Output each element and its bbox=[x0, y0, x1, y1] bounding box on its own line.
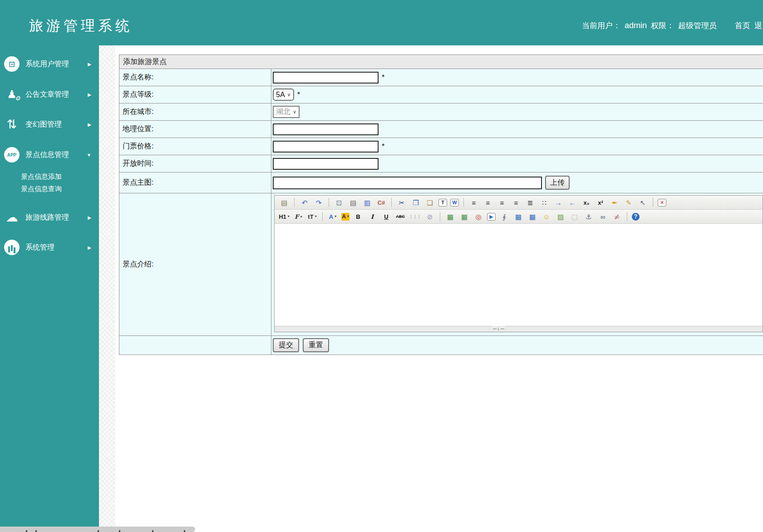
cut-icon[interactable]: ✂ bbox=[396, 197, 407, 208]
dotted-line-icon[interactable]: ⋮⋮⋮ bbox=[409, 211, 421, 222]
city-select[interactable]: 湖北 ∨ bbox=[273, 106, 300, 118]
field-label: 景点主图: bbox=[119, 172, 271, 193]
unlink-icon[interactable]: ∞ bbox=[611, 211, 622, 222]
city-select-value: 湖北 bbox=[276, 107, 290, 117]
image-upload-icon[interactable]: ▦ bbox=[445, 211, 456, 222]
picture-icon[interactable]: ▨ bbox=[555, 211, 566, 222]
sidebar-subitem-label: 景点信息查询 bbox=[21, 185, 62, 193]
sidebar-item-system-user[interactable]: ⊡ 系统用户管理 ▶ bbox=[0, 55, 99, 73]
field-label: 地理位置: bbox=[119, 121, 271, 138]
empty-cell bbox=[119, 336, 271, 355]
reset-button[interactable]: 重置 bbox=[303, 338, 329, 352]
submit-button[interactable]: 提交 bbox=[273, 338, 299, 352]
toolbar-separator bbox=[391, 198, 392, 207]
upload-button[interactable]: 上传 bbox=[545, 176, 570, 190]
toolbar-separator bbox=[294, 198, 295, 207]
header-bar: 旅游管理系统 当前用户：admin 权限：超级管理员 首页 退 bbox=[0, 0, 763, 45]
image-network-icon[interactable]: ▦ bbox=[459, 211, 470, 222]
sidebar-subitem-scenic-query[interactable]: 景点信息查询 bbox=[21, 183, 62, 195]
select-chevron-icon: ∨ bbox=[287, 92, 291, 98]
help-icon[interactable]: ? bbox=[632, 213, 640, 221]
font-family-icon[interactable]: F▾ bbox=[293, 211, 304, 222]
redo-icon[interactable]: ↷ bbox=[313, 197, 324, 208]
location-input[interactable] bbox=[273, 123, 379, 135]
current-user-label: 当前用户： bbox=[582, 20, 620, 31]
sidebar-item-label: 公告文章管理 bbox=[25, 90, 69, 99]
select-chevron-icon: ∨ bbox=[293, 109, 296, 115]
editor-resize-handle[interactable]: ↕ bbox=[492, 326, 505, 332]
source-icon[interactable]: ▤ bbox=[279, 197, 290, 208]
flash-icon[interactable]: ◎ bbox=[473, 211, 484, 222]
emoticon-icon[interactable]: ☺ bbox=[541, 211, 552, 222]
sidebar-item-route[interactable]: ☁ 旅游线路管理 ▶ bbox=[0, 209, 99, 226]
table-insert-icon[interactable]: ▦ bbox=[527, 211, 538, 222]
logout-link[interactable]: 退 bbox=[754, 20, 762, 31]
required-asterisk: * bbox=[382, 74, 384, 82]
font-size-icon[interactable]: tT▾ bbox=[307, 211, 318, 222]
open-time-input[interactable] bbox=[273, 158, 379, 170]
field-label: 门票价格: bbox=[119, 138, 271, 155]
highlight-color-icon[interactable]: A▾ bbox=[341, 213, 350, 221]
scrollbar-tick bbox=[119, 530, 120, 532]
heading-select-icon[interactable]: H1▾ bbox=[279, 211, 290, 222]
editor-toolbar-row2: H1▾F▾tT▾A▾A▾BIUABC⋮⋮⋮⊘▦▦◎▶∮▦▦☺▨▢⚓∞∞? bbox=[275, 210, 763, 224]
toolbar-separator bbox=[463, 198, 464, 207]
price-input[interactable] bbox=[273, 141, 379, 153]
sidebar-item-label: 系统管理 bbox=[25, 243, 54, 252]
media-icon[interactable]: ▶ bbox=[487, 213, 496, 221]
scenic-name-input[interactable] bbox=[273, 72, 379, 84]
dropdown-caret-icon: ▾ bbox=[335, 215, 336, 218]
main-image-input[interactable] bbox=[273, 177, 542, 189]
remote-image-icon[interactable]: ▢ bbox=[569, 211, 580, 222]
superscript-icon[interactable]: x² bbox=[595, 197, 606, 208]
link-icon[interactable]: ∞ bbox=[597, 211, 608, 222]
route-icon: ☁ bbox=[3, 212, 21, 224]
horizontal-scrollbar-thumb[interactable] bbox=[0, 527, 195, 532]
paste-text-icon[interactable]: T bbox=[438, 199, 447, 207]
editor-canvas[interactable] bbox=[275, 224, 763, 326]
undo-icon[interactable]: ↶ bbox=[299, 197, 310, 208]
sidebar-item-label: 系统用户管理 bbox=[25, 59, 69, 69]
app-title: 旅游管理系统 bbox=[29, 16, 133, 35]
anchor-icon[interactable]: ⚓ bbox=[583, 211, 594, 222]
unordered-list-icon[interactable]: ∷ bbox=[539, 197, 550, 208]
form-row-intro: 景点介绍: ▤↶↷⊡▤▥C#✂❐❏TW≡≡≡≡≣∷→←x₂x²✒✎↖✕ H1▾F… bbox=[119, 193, 763, 336]
indent-icon[interactable]: → bbox=[553, 197, 564, 208]
template-edit-icon[interactable]: ✎ bbox=[623, 197, 634, 208]
remove-format-icon[interactable]: ⊘ bbox=[424, 211, 435, 222]
font-color-icon[interactable]: A▾ bbox=[327, 211, 338, 222]
sidebar-subitem-scenic-add[interactable]: 景点信息添加 bbox=[21, 171, 62, 182]
attachment-icon[interactable]: ∮ bbox=[499, 211, 510, 222]
editor-status-bar: ↕ bbox=[275, 326, 763, 332]
sidebar-item-scenic-info[interactable]: APP 景点信息管理 ▼ bbox=[0, 146, 99, 163]
format-brush-icon[interactable]: ✒ bbox=[609, 197, 620, 208]
print-icon[interactable]: ▤ bbox=[348, 197, 359, 208]
chevron-right-icon: ▶ bbox=[88, 62, 91, 67]
align-center-icon[interactable]: ≡ bbox=[482, 197, 493, 208]
preview-icon[interactable]: ⊡ bbox=[334, 197, 345, 208]
grade-select[interactable]: 5A ∨ bbox=[273, 89, 294, 101]
underline-icon[interactable]: U bbox=[381, 211, 392, 222]
home-link[interactable]: 首页 bbox=[735, 20, 750, 31]
sidebar-item-announcement[interactable]: ♟⚙ 公告文章管理 ▶ bbox=[0, 86, 99, 103]
fullscreen-icon[interactable]: ✕ bbox=[658, 199, 666, 207]
sidebar-item-carousel[interactable]: ⇅ 变幻图管理 ▶ bbox=[0, 116, 99, 133]
table-icon[interactable]: ▦ bbox=[513, 211, 524, 222]
paste-word-icon[interactable]: W bbox=[450, 199, 459, 207]
align-justify-icon[interactable]: ≡ bbox=[511, 197, 522, 208]
copy-icon[interactable]: ❐ bbox=[410, 197, 421, 208]
bold-icon[interactable]: B bbox=[353, 211, 364, 222]
sidebar-item-system-manage[interactable]: 系统管理 ▶ bbox=[0, 239, 99, 256]
code-csharp-icon[interactable]: C# bbox=[376, 197, 387, 208]
subscript-icon[interactable]: x₂ bbox=[581, 197, 592, 208]
strikethrough-icon[interactable]: ABC bbox=[395, 211, 406, 222]
select-cursor-icon[interactable]: ↖ bbox=[637, 197, 648, 208]
align-left-icon[interactable]: ≡ bbox=[468, 197, 479, 208]
italic-icon[interactable]: I bbox=[367, 211, 378, 222]
page-properties-icon[interactable]: ▥ bbox=[362, 197, 373, 208]
align-right-icon[interactable]: ≡ bbox=[497, 197, 507, 208]
outdent-icon[interactable]: ← bbox=[567, 197, 578, 208]
paste-icon[interactable]: ❏ bbox=[424, 197, 435, 208]
rich-text-editor: ▤↶↷⊡▤▥C#✂❐❏TW≡≡≡≡≣∷→←x₂x²✒✎↖✕ H1▾F▾tT▾A▾… bbox=[274, 195, 763, 332]
ordered-list-icon[interactable]: ≣ bbox=[525, 197, 536, 208]
